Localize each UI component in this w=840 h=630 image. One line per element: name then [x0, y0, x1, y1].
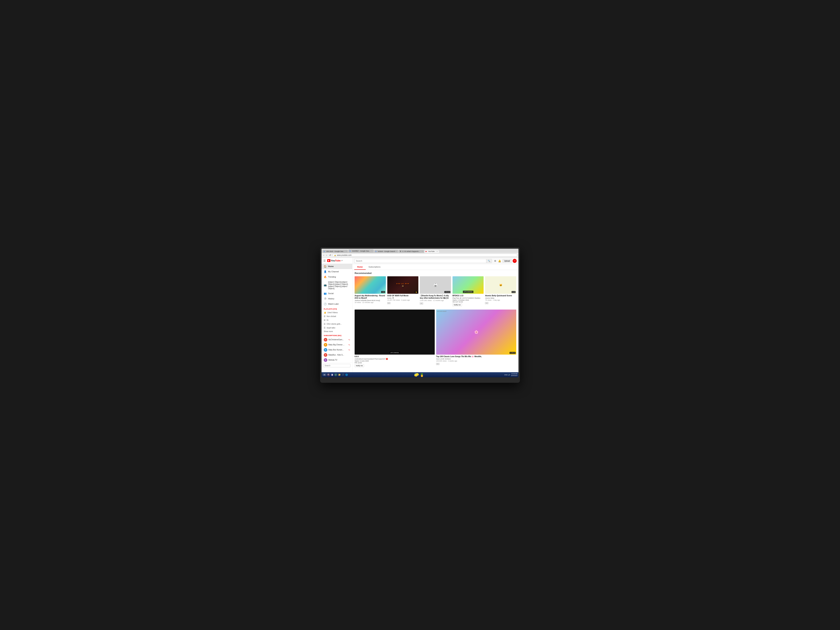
- sub-item-1[interactable]: A AyChristeneGam... +1: [322, 337, 352, 342]
- sidebar-item-my-channel[interactable]: 👤 My Channel: [322, 269, 352, 274]
- sticker-area: 🧽 🍍: [414, 373, 424, 377]
- thumbnail-1: 3:08: [355, 276, 386, 294]
- youtube-logo-icon: ▶: [327, 259, 330, 262]
- tab-subscriptions[interactable]: Subscriptions: [366, 264, 384, 270]
- forward-button[interactable]: ›: [325, 254, 328, 257]
- playlist-icon-1: ☰: [324, 315, 325, 317]
- video-card-1[interactable]: 3:08 August day Multirendering - Round 2…: [355, 276, 386, 307]
- playlist-label-4: OSU clients getti...: [327, 323, 342, 325]
- sub-avatar-2: B: [324, 343, 327, 347]
- speaker-icon: 🔊: [508, 374, 510, 376]
- tab-nhk-clock[interactable]: G nhk clock - Google Search ×: [323, 250, 348, 253]
- taskbar-icon-3[interactable]: 🛒: [334, 373, 337, 376]
- header-icons: ⚙ 🔔 Upload YT: [494, 259, 516, 263]
- tab-label-2: NHK時計 - Google Search: [352, 250, 371, 252]
- views-1: 18 views: [355, 302, 361, 303]
- sub-item-5[interactable]: B Belinda TV: [322, 357, 352, 363]
- address-bar[interactable]: 🔒 www.youtube.com: [332, 254, 517, 257]
- video-starts-6: Starts: 6 June 2025: [355, 360, 435, 362]
- tab-tvclock[interactable]: G tvclock - Google Search ×: [374, 250, 398, 253]
- hd-badge-5: HD: [485, 302, 488, 304]
- screen: G nhk clock - Google Search × G NHK時計 - …: [322, 249, 518, 377]
- playlist-icon-2: ☰: [324, 319, 325, 321]
- tab-twitter[interactable]: 𝕏 X. It's what's happening / X ×: [399, 250, 424, 253]
- youtube-logo-text: YouTube: [331, 259, 341, 262]
- sub-label-1: AyChristeneGam...: [328, 339, 344, 341]
- start-button[interactable]: ⊞: [323, 374, 326, 376]
- sidebar-item-subscriptions[interactable]: 📺 [object Object],[object Object],[objec…: [322, 279, 352, 291]
- playlist-hi[interactable]: ☰ Hi: [322, 318, 352, 322]
- sub-item-2[interactable]: B Baby Big Cheese ... +1: [322, 342, 352, 347]
- sidebar-search-input[interactable]: [324, 364, 351, 367]
- video-channel-2: Izuniy: [387, 297, 418, 299]
- upload-button[interactable]: Upload: [502, 259, 512, 263]
- playlist-stupit-taiko[interactable]: ☰ stupit taiko: [322, 326, 352, 330]
- video-title-4: BFDIO2 1-13: [453, 294, 484, 297]
- video-card-2[interactable]: GOD OF WAR ⚔ 👆 GOD OF WAR Full Movie Izu…: [387, 276, 418, 307]
- playlist-non-clicbait[interactable]: ☰ Non clicbait: [322, 314, 352, 318]
- tab-home[interactable]: Home: [354, 264, 366, 270]
- notifications-btn[interactable]: 🔔: [498, 259, 501, 263]
- video-info-3: 【Shaolin Kung Fu Movie】A silly boy often…: [420, 294, 451, 305]
- content-area: Recommended 3:08 August day Multirenderi…: [352, 270, 518, 373]
- youtube-favicon: ▶: [426, 251, 428, 252]
- sidebar-item-watch-later[interactable]: 🕐 Watch Later: [322, 302, 352, 306]
- video-meta-2: 19,497,760 views · 6 years ago: [387, 299, 418, 301]
- love-songs-text: 80s LOVE SONGS: [437, 310, 516, 312]
- tab-close-icon-2[interactable]: ×: [371, 250, 373, 252]
- tab-nhk-jp[interactable]: G NHK時計 - Google Search ×: [349, 249, 374, 253]
- taskbar-icon-2[interactable]: 📋: [331, 373, 333, 376]
- notify-me-button-4[interactable]: Notify me: [453, 303, 462, 306]
- video-card-5[interactable]: 🐱 1:19 Atomic Betty Quicksand Scene Atom…: [485, 276, 516, 307]
- sub-item-4[interactable]: B BabyBus - Kids S...: [322, 352, 352, 357]
- video-starts-4: Starts: 5 October 2024: [453, 299, 484, 301]
- google-favicon-2: G: [349, 250, 351, 252]
- notify-me-button-6[interactable]: Notify me: [355, 364, 364, 367]
- spongebob-sticker: 🧽: [414, 373, 419, 377]
- playlist-liked-videos[interactable]: 👍 Liked Videos: [322, 311, 352, 314]
- playlist-label-3: Hi: [327, 319, 328, 321]
- home-icon: 🏠: [324, 265, 327, 268]
- sidebar-item-history[interactable]: ⏱ History: [322, 296, 352, 302]
- user-avatar-button[interactable]: YT: [513, 259, 516, 263]
- sub-label-5: Belinda TV: [328, 359, 337, 361]
- video-card-3[interactable]: 🥋 1:52:24 【Shaolin Kung Fu Movie】A silly…: [420, 276, 451, 307]
- search-input[interactable]: [354, 259, 486, 263]
- sidebar-trending-label: Trending: [328, 276, 336, 278]
- main-content: 🔍 ⚙ 🔔 Upload YT Home Subscriptions: [352, 258, 518, 373]
- tab-close-icon-3[interactable]: ×: [396, 251, 397, 252]
- youtube-header: 🔍 ⚙ 🔔 Upload YT: [352, 258, 518, 264]
- video-channel-1: Joshua Solanilla [Semi-MLM Army]: [355, 300, 386, 302]
- sidebar-item-trending[interactable]: 🔥 Trending: [322, 274, 352, 279]
- hamburger-menu[interactable]: ☰: [324, 259, 326, 262]
- sidebar-item-social[interactable]: 👥 Social: [322, 291, 352, 296]
- video-meta-7: 100,505 views · 2 weeks ago: [436, 360, 516, 362]
- eng-label: ENG: [504, 374, 508, 376]
- video-card-6[interactable]: UPCOMING 6.6.6 AndroidIceCreamSandwichTh…: [355, 309, 435, 368]
- tab-youtube[interactable]: ▶ YouTube ×: [425, 250, 439, 253]
- taskbar-icon-chrome[interactable]: 🌐: [345, 373, 348, 376]
- playlist-icon-3: ☰: [324, 323, 325, 325]
- tab-close-icon-5[interactable]: ×: [437, 251, 437, 252]
- show-more-button[interactable]: Show more: [322, 330, 352, 333]
- taskbar-icon-1[interactable]: 🔍: [327, 373, 330, 376]
- sidebar-item-home[interactable]: 🏠 Home: [322, 264, 352, 269]
- video-info-5: Atomic Betty Quicksand Scene Atomic Bett…: [485, 294, 516, 305]
- taskbar-icon-5[interactable]: 🎵: [341, 373, 344, 376]
- playlist-osu[interactable]: ☰ OSU clients getti...: [322, 322, 352, 326]
- taskbar-icon-4[interactable]: 📁: [338, 373, 341, 376]
- tab-label: nhk clock - Google Search: [326, 251, 345, 252]
- twitter-favicon: 𝕏: [400, 251, 402, 252]
- search-button[interactable]: 🔍: [486, 259, 492, 263]
- reload-button[interactable]: ↺: [328, 254, 332, 257]
- video-channel-6: AndroidIceCreamSandwichTheCreator537 🟥: [355, 358, 435, 360]
- tab-close-icon-4[interactable]: ×: [422, 251, 423, 252]
- sidebar-mychannel-label: My Channel: [328, 270, 339, 273]
- tab-close-icon[interactable]: ×: [346, 251, 347, 252]
- settings-icon-btn[interactable]: ⚙: [494, 259, 497, 263]
- video-title-7: Top 100 Classic Love Songs 70s 80s 90s 🌸…: [436, 355, 516, 358]
- sub-item-3[interactable]: B Baby Box Nurser... +1: [322, 347, 352, 352]
- video-card-4[interactable]: UPCOMING BFDIO2 1-13 PlayTheo @ JJSTOT20…: [453, 276, 484, 307]
- video-card-7[interactable]: 🌸 1:24:22 80s LOVE SONGS Top 100 Classic…: [436, 309, 516, 368]
- back-button[interactable]: ‹: [323, 254, 325, 257]
